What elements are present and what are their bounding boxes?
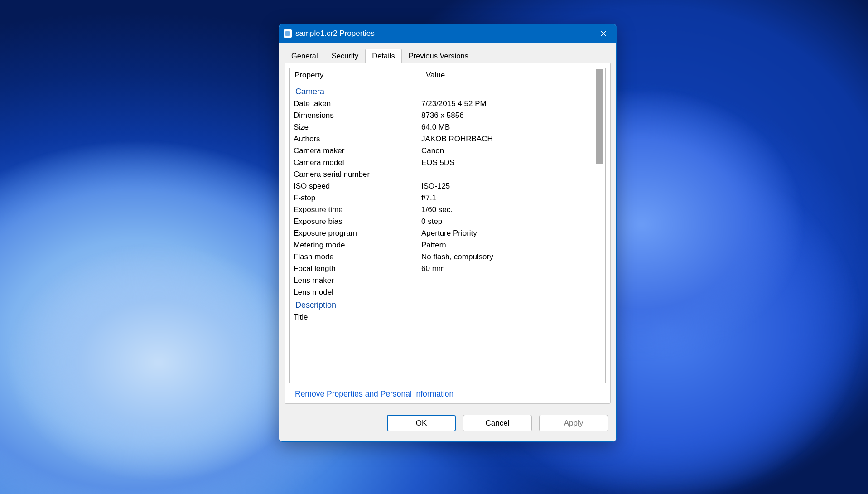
- tab-security[interactable]: Security: [325, 49, 366, 63]
- column-headers: Property Value: [290, 68, 605, 83]
- row-lens-maker[interactable]: Lens maker: [290, 274, 605, 286]
- row-iso[interactable]: ISO speedISO-125: [290, 180, 605, 192]
- window-title: sample1.cr2 Properties: [295, 29, 375, 38]
- titlebar[interactable]: sample1.cr2 Properties: [279, 24, 616, 43]
- tab-general[interactable]: General: [285, 49, 325, 63]
- close-icon: [600, 30, 607, 37]
- details-panel: Property Value Camera Date taken7/23/201…: [285, 63, 611, 404]
- tab-details[interactable]: Details: [365, 49, 401, 63]
- tab-previous-versions[interactable]: Previous Versions: [402, 49, 475, 63]
- row-size[interactable]: Size64.0 MB: [290, 121, 605, 133]
- file-icon: [284, 29, 292, 38]
- row-dimensions[interactable]: Dimensions8736 x 5856: [290, 109, 605, 121]
- section-camera: Camera: [290, 84, 605, 97]
- row-date-taken[interactable]: Date taken7/23/2015 4:52 PM: [290, 97, 605, 109]
- row-authors[interactable]: AuthorsJAKOB ROHRBACH: [290, 133, 605, 145]
- scroll-thumb[interactable]: [596, 69, 603, 164]
- row-exposure-bias[interactable]: Exposure bias0 step: [290, 215, 605, 227]
- tab-strip: General Security Details Previous Versio…: [279, 43, 616, 63]
- details-listview[interactable]: Property Value Camera Date taken7/23/201…: [289, 68, 606, 383]
- row-title[interactable]: Title: [290, 311, 605, 323]
- vertical-scrollbar[interactable]: [594, 69, 604, 382]
- row-lens-model[interactable]: Lens model: [290, 286, 605, 298]
- col-value[interactable]: Value: [421, 68, 605, 83]
- col-property[interactable]: Property: [290, 68, 421, 83]
- row-camera-model[interactable]: Camera modelEOS 5DS: [290, 156, 605, 168]
- row-flash-mode[interactable]: Flash modeNo flash, compulsory: [290, 251, 605, 262]
- row-metering-mode[interactable]: Metering modePattern: [290, 239, 605, 251]
- dialog-buttons: OK Cancel Apply: [279, 404, 616, 441]
- apply-button[interactable]: Apply: [539, 415, 608, 431]
- properties-dialog: sample1.cr2 Properties General Security …: [279, 24, 617, 442]
- cancel-button[interactable]: Cancel: [463, 415, 532, 431]
- scroll-area: Camera Date taken7/23/2015 4:52 PM Dimen…: [290, 84, 605, 383]
- section-camera-label: Camera: [295, 87, 324, 97]
- section-description-label: Description: [295, 300, 336, 310]
- row-camera-serial[interactable]: Camera serial number: [290, 168, 605, 180]
- row-focal-length[interactable]: Focal length60 mm: [290, 262, 605, 274]
- row-fstop[interactable]: F-stopf/7.1: [290, 192, 605, 203]
- remove-properties-link[interactable]: Remove Properties and Personal Informati…: [295, 389, 606, 399]
- close-button[interactable]: [591, 24, 616, 43]
- ok-button[interactable]: OK: [387, 415, 456, 431]
- section-description: Description: [290, 298, 605, 311]
- row-camera-maker[interactable]: Camera makerCanon: [290, 145, 605, 156]
- row-exposure-program[interactable]: Exposure programAperture Priority: [290, 227, 605, 239]
- row-exposure-time[interactable]: Exposure time1/60 sec.: [290, 203, 605, 215]
